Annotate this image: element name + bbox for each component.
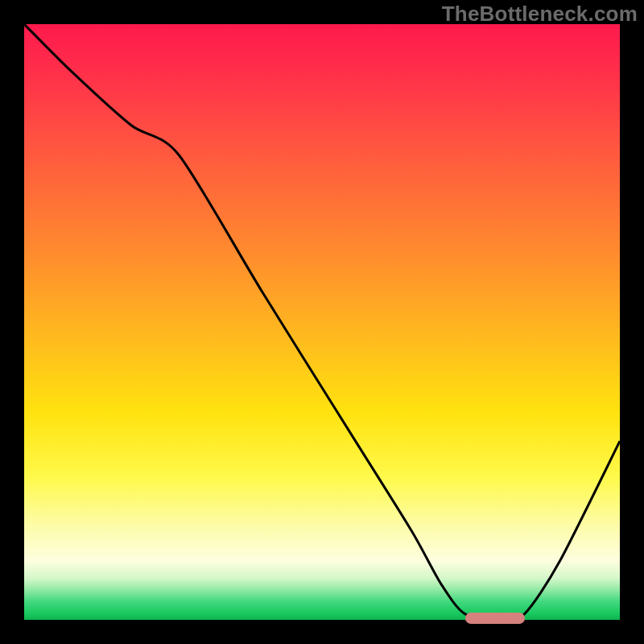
optimal-range-marker [465,613,525,624]
bottleneck-curve [24,24,620,620]
chart-frame: TheBottleneck.com [0,0,644,644]
watermark-text: TheBottleneck.com [442,2,638,27]
curve-path [24,24,620,620]
plot-area [24,24,620,620]
